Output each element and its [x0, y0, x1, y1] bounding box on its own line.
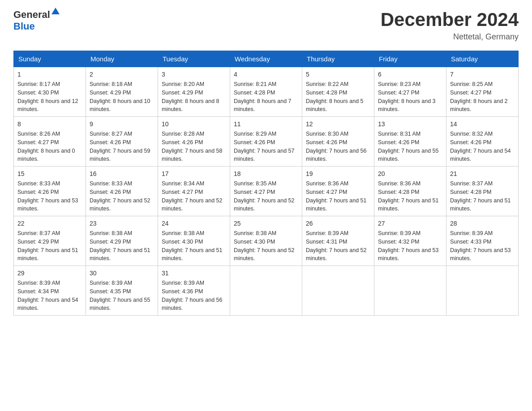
day-number: 27: [378, 219, 442, 228]
week-row-1: 1 Sunrise: 8:17 AMSunset: 4:30 PMDayligh…: [14, 67, 519, 117]
calendar-cell: 2 Sunrise: 8:18 AMSunset: 4:29 PMDayligh…: [86, 67, 158, 117]
day-number: 31: [162, 269, 226, 278]
calendar-cell: 13 Sunrise: 8:31 AMSunset: 4:26 PMDaylig…: [374, 117, 446, 167]
day-info: Sunrise: 8:36 AMSunset: 4:28 PMDaylight:…: [378, 180, 439, 212]
calendar-cell: [446, 266, 519, 316]
day-info: Sunrise: 8:21 AMSunset: 4:28 PMDaylight:…: [234, 81, 292, 112]
day-number: 11: [234, 120, 298, 129]
day-info: Sunrise: 8:34 AMSunset: 4:27 PMDaylight:…: [162, 180, 223, 212]
day-info: Sunrise: 8:39 AMSunset: 4:34 PMDaylight:…: [17, 280, 78, 311]
day-info: Sunrise: 8:33 AMSunset: 4:26 PMDaylight:…: [90, 180, 150, 212]
calendar-cell: 29 Sunrise: 8:39 AMSunset: 4:34 PMDaylig…: [14, 266, 86, 316]
location: Nettetal, Germany: [381, 32, 519, 42]
day-number: 1: [17, 70, 82, 79]
week-row-5: 29 Sunrise: 8:39 AMSunset: 4:34 PMDaylig…: [14, 266, 519, 316]
day-number: 8: [17, 120, 82, 129]
day-number: 22: [17, 219, 82, 228]
day-info: Sunrise: 8:25 AMSunset: 4:27 PMDaylight:…: [450, 81, 508, 112]
calendar-cell: [230, 266, 302, 316]
day-info: Sunrise: 8:20 AMSunset: 4:29 PMDaylight:…: [162, 81, 219, 112]
day-number: 30: [90, 269, 154, 278]
calendar-cell: 8 Sunrise: 8:26 AMSunset: 4:27 PMDayligh…: [14, 117, 86, 167]
day-header-friday: Friday: [374, 51, 446, 67]
day-info: Sunrise: 8:31 AMSunset: 4:26 PMDaylight:…: [378, 131, 439, 162]
day-number: 2: [90, 70, 154, 79]
day-info: Sunrise: 8:37 AMSunset: 4:28 PMDaylight:…: [450, 180, 511, 212]
day-header-sunday: Sunday: [14, 51, 86, 67]
calendar-cell: 27 Sunrise: 8:39 AMSunset: 4:32 PMDaylig…: [374, 216, 446, 266]
calendar-cell: 19 Sunrise: 8:36 AMSunset: 4:27 PMDaylig…: [302, 167, 374, 216]
day-info: Sunrise: 8:18 AMSunset: 4:29 PMDaylight:…: [90, 81, 150, 112]
day-number: 26: [306, 219, 370, 228]
calendar-cell: 14 Sunrise: 8:32 AMSunset: 4:26 PMDaylig…: [446, 117, 519, 167]
day-info: Sunrise: 8:39 AMSunset: 4:36 PMDaylight:…: [162, 280, 223, 311]
week-row-4: 22 Sunrise: 8:37 AMSunset: 4:29 PMDaylig…: [14, 216, 519, 266]
calendar-cell: 31 Sunrise: 8:39 AMSunset: 4:36 PMDaylig…: [158, 266, 230, 316]
day-header-wednesday: Wednesday: [230, 51, 302, 67]
day-info: Sunrise: 8:39 AMSunset: 4:33 PMDaylight:…: [450, 230, 511, 261]
calendar-cell: 1 Sunrise: 8:17 AMSunset: 4:30 PMDayligh…: [14, 67, 86, 117]
day-number: 21: [450, 169, 515, 179]
day-number: 23: [90, 219, 154, 228]
day-number: 10: [162, 120, 226, 129]
calendar-cell: 10 Sunrise: 8:28 AMSunset: 4:26 PMDaylig…: [158, 117, 230, 167]
day-info: Sunrise: 8:39 AMSunset: 4:32 PMDaylight:…: [378, 230, 439, 261]
calendar-cell: 16 Sunrise: 8:33 AMSunset: 4:26 PMDaylig…: [86, 167, 158, 216]
day-info: Sunrise: 8:30 AMSunset: 4:26 PMDaylight:…: [306, 131, 367, 162]
day-info: Sunrise: 8:36 AMSunset: 4:27 PMDaylight:…: [306, 180, 367, 212]
day-number: 5: [306, 70, 370, 79]
day-header-tuesday: Tuesday: [158, 51, 230, 67]
day-info: Sunrise: 8:23 AMSunset: 4:27 PMDaylight:…: [378, 81, 436, 112]
header-row: SundayMondayTuesdayWednesdayThursdayFrid…: [14, 51, 519, 67]
calendar-cell: 11 Sunrise: 8:29 AMSunset: 4:26 PMDaylig…: [230, 117, 302, 167]
day-number: 19: [306, 169, 370, 179]
day-number: 17: [162, 169, 226, 179]
calendar-cell: 28 Sunrise: 8:39 AMSunset: 4:33 PMDaylig…: [446, 216, 519, 266]
calendar-cell: 15 Sunrise: 8:33 AMSunset: 4:26 PMDaylig…: [14, 167, 86, 216]
day-info: Sunrise: 8:28 AMSunset: 4:26 PMDaylight:…: [162, 131, 223, 162]
day-info: Sunrise: 8:37 AMSunset: 4:29 PMDaylight:…: [17, 230, 78, 261]
logo-triangle-icon: [51, 8, 60, 14]
title-section: December 2024 Nettetal, Germany: [381, 9, 519, 42]
day-info: Sunrise: 8:39 AMSunset: 4:35 PMDaylight:…: [90, 280, 150, 311]
day-number: 6: [378, 70, 442, 79]
day-number: 24: [162, 219, 226, 228]
month-title: December 2024: [381, 9, 519, 30]
calendar-cell: 20 Sunrise: 8:36 AMSunset: 4:28 PMDaylig…: [374, 167, 446, 216]
calendar-cell: 23 Sunrise: 8:38 AMSunset: 4:29 PMDaylig…: [86, 216, 158, 266]
day-info: Sunrise: 8:33 AMSunset: 4:26 PMDaylight:…: [17, 180, 78, 212]
calendar-cell: [374, 266, 446, 316]
page-header: General Blue December 2024 Nettetal, Ger…: [13, 9, 519, 42]
week-row-2: 8 Sunrise: 8:26 AMSunset: 4:27 PMDayligh…: [14, 117, 519, 167]
day-info: Sunrise: 8:22 AMSunset: 4:28 PMDaylight:…: [306, 81, 364, 112]
day-info: Sunrise: 8:32 AMSunset: 4:26 PMDaylight:…: [450, 131, 511, 162]
calendar-cell: 4 Sunrise: 8:21 AMSunset: 4:28 PMDayligh…: [230, 67, 302, 117]
week-row-3: 15 Sunrise: 8:33 AMSunset: 4:26 PMDaylig…: [14, 167, 519, 216]
day-info: Sunrise: 8:17 AMSunset: 4:30 PMDaylight:…: [17, 81, 78, 112]
day-number: 3: [162, 70, 226, 79]
calendar-cell: 30 Sunrise: 8:39 AMSunset: 4:35 PMDaylig…: [86, 266, 158, 316]
day-number: 12: [306, 120, 370, 129]
day-number: 7: [450, 70, 515, 79]
day-number: 13: [378, 120, 442, 129]
calendar-cell: 22 Sunrise: 8:37 AMSunset: 4:29 PMDaylig…: [14, 216, 86, 266]
day-info: Sunrise: 8:29 AMSunset: 4:26 PMDaylight:…: [234, 131, 295, 162]
calendar-cell: 7 Sunrise: 8:25 AMSunset: 4:27 PMDayligh…: [446, 67, 519, 117]
day-info: Sunrise: 8:39 AMSunset: 4:31 PMDaylight:…: [306, 230, 367, 261]
day-info: Sunrise: 8:27 AMSunset: 4:26 PMDaylight:…: [90, 131, 150, 162]
calendar-cell: 6 Sunrise: 8:23 AMSunset: 4:27 PMDayligh…: [374, 67, 446, 117]
day-number: 16: [90, 169, 154, 179]
day-number: 14: [450, 120, 515, 129]
day-number: 28: [450, 219, 515, 228]
logo-text-general: General: [13, 9, 50, 21]
day-number: 20: [378, 169, 442, 179]
day-info: Sunrise: 8:38 AMSunset: 4:30 PMDaylight:…: [234, 230, 295, 261]
day-info: Sunrise: 8:35 AMSunset: 4:27 PMDaylight:…: [234, 180, 295, 212]
day-number: 29: [17, 269, 82, 278]
day-number: 18: [234, 169, 298, 179]
calendar-cell: 24 Sunrise: 8:38 AMSunset: 4:30 PMDaylig…: [158, 216, 230, 266]
calendar-cell: 26 Sunrise: 8:39 AMSunset: 4:31 PMDaylig…: [302, 216, 374, 266]
calendar-cell: 3 Sunrise: 8:20 AMSunset: 4:29 PMDayligh…: [158, 67, 230, 117]
day-number: 15: [17, 169, 82, 179]
calendar-cell: 17 Sunrise: 8:34 AMSunset: 4:27 PMDaylig…: [158, 167, 230, 216]
